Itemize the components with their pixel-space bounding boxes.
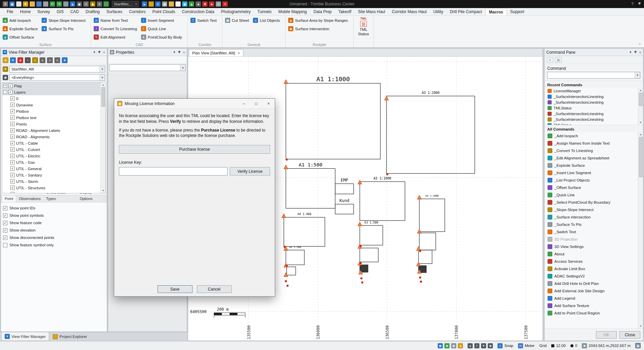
layers-a-icon[interactable]: ≡ [32,57,38,63]
globe-icon[interactable]: ◉ [182,1,187,7]
tree-item-util-storm[interactable]: ✓UTIL - Storm [2,178,100,185]
options-icon[interactable]: ≡ [97,1,102,7]
tree-item-util-structures[interactable]: ✓UTIL - Structures [2,185,100,191]
all-commands-scrollbar[interactable]: ▲ ▼ [638,132,643,329]
folder-icon[interactable] [169,1,174,7]
ribbon-tab-support[interactable]: Support [507,8,528,15]
ribbon-tab-data-prep[interactable]: Data Prep [310,8,335,15]
command-insert-line-segment[interactable]: _Insert Line Segment [545,169,638,177]
checkbox-util-water[interactable]: ✓ [10,192,15,193]
filter-apply-icon[interactable]: ▼ [62,57,68,63]
run-macro-icon[interactable]: ▸ [142,1,147,7]
checkbox-util-structures[interactable]: ✓ [10,186,15,190]
tree-item-flag[interactable]: +✓Flag [2,83,100,89]
ribbon-tab-photogrammetry[interactable]: Photogrammetry [218,8,254,15]
command-add-isopach[interactable]: _Add Isopach [545,132,638,140]
print-icon[interactable] [43,1,48,7]
layers-visibility-icon[interactable]: ≡ [474,343,479,348]
chevron-down-icon[interactable]: ▾ [173,50,175,54]
name-from-text-button[interactable]: AName from Text [93,16,140,24]
select-arrow-icon[interactable]: ▲ [70,1,75,7]
ribbon-tab-corridors[interactable]: Corridors [126,8,149,15]
ribbon-tab-cad[interactable]: CAD [67,8,82,15]
offset-surface-button[interactable]: ▲Offset Surface [2,33,41,41]
scroll-up-icon[interactable]: ▲ [638,88,643,93]
command-3d-view-settings[interactable]: 3D View Settings [545,243,638,250]
scrollbar-thumb[interactable] [101,87,105,107]
recent-scrollbar[interactable]: ▲ ▼ [638,88,643,125]
command-about[interactable]: About [545,250,638,258]
command-edit-alignment-as-spreadsheet[interactable]: _Edit Alignment as Spreadsheet [545,154,638,162]
unit-control[interactable]: m Meter [518,343,534,348]
pin-icon[interactable] [98,50,101,54]
command-add-drill-hole-to-drill-plan[interactable]: Add Drill Hole to Drill Plan [545,280,638,287]
close-button[interactable]: Close [619,331,640,339]
recent-command-surfaceintersectionlinestring[interactable]: _SurfaceIntersectionLinestring [545,99,638,105]
scrollbar-thumb[interactable] [639,93,643,106]
recent-command-surfaceintersectionlinestring[interactable]: _SurfaceIntersectionLinestring [545,94,638,99]
ribbon-collapse-icon[interactable]: ^ [639,43,641,47]
checkbox-layers[interactable]: ✓ [8,90,13,94]
ribbon-tab-file[interactable]: File [3,8,16,15]
tree-item-plotbox[interactable]: ✓Plotbox [2,108,100,114]
plan-view-tab[interactable]: Plan View [Startfilter, Allt] × [189,49,243,56]
record-icon[interactable]: ● [209,1,214,7]
view-icon[interactable]: ◉ [488,343,493,348]
edit-alignment-button[interactable]: ✎Edit Alignment [93,33,140,41]
filter-open-icon[interactable]: ▼ [10,57,16,63]
option-show-point-symbols[interactable]: ✓Show point symbols [3,212,105,219]
close-icon[interactable]: × [103,50,105,54]
cursor-icon[interactable]: ▲ [468,343,473,348]
close-icon[interactable]: × [183,50,185,54]
ribbon-tab-drafting[interactable]: Drafting [82,8,103,15]
pin-icon[interactable] [638,2,641,6]
command-list-project-objects[interactable]: _List Project Objects [545,177,638,184]
close-icon[interactable]: × [639,50,641,54]
recent-command-tmlstatus[interactable]: TMLStatus [545,105,638,111]
option-show-feature-code[interactable]: ✓Show feature code [3,219,105,227]
tree-item-0[interactable]: ✓0 [2,95,100,102]
ribbon-tab-mobile-mapping[interactable]: Mobile Mapping [275,8,310,15]
ribbon-tab-macros[interactable]: Macros [485,8,507,15]
filter-move-icon[interactable]: + [25,57,31,63]
command-adac-settingsv2[interactable]: ADAC SettingsV2 [545,272,638,280]
import-icon[interactable]: ▼ [23,1,28,7]
tree-item-road-alignment-labels[interactable]: ✓ROAD - Alignment Labels [2,127,100,134]
command-3d-projection[interactable]: 3D Projection [545,236,638,243]
command-access-services[interactable]: Access Services [545,258,638,265]
pointcloud-by-bndy-button[interactable]: ●PointCloud By Bndy [140,33,185,41]
scroll-up-icon[interactable]: ▲ [101,83,105,87]
maximize-button[interactable]: □ [250,99,262,108]
app-menu-icon[interactable]: # [3,1,8,7]
chevron-down-icon[interactable]: ▼ [180,65,185,71]
ribbon-tab-takeoff[interactable]: Takeoff [335,8,354,15]
chevron-down-icon[interactable]: ▾ [630,50,632,54]
pause-icon[interactable]: ≡ [216,1,221,7]
tree-item-road-alignments[interactable]: ✓ROAD - Alignments [2,134,100,140]
expander-icon[interactable]: + [3,84,7,88]
new-file-icon[interactable] [16,1,22,7]
recent-command-surfaceintersectionlinestring[interactable]: _SurfaceIntersectionLinestring [545,111,638,116]
project-settings-icon[interactable] [103,1,109,7]
command-explode-surface[interactable]: _Explode Surface [545,162,638,169]
tree-item-util-culvert[interactable]: ✓UTIL - Culvert [2,146,100,153]
checkbox-show-disconnected-points[interactable]: ✓ [3,236,7,240]
checkbox-flag[interactable]: ✓ [8,84,13,88]
document-icon[interactable] [175,1,181,7]
tree-item-points[interactable]: ✓Points [2,121,100,127]
table-icon[interactable]: ▦ [162,1,167,7]
surface-to-pts-button[interactable]: ●Surface To Pts [41,24,89,33]
close-icon[interactable]: × [238,51,240,55]
tree-item-util-cable[interactable]: ✓UTIL - Cable [2,140,100,146]
checkbox-util-electric[interactable]: ✓ [10,154,15,158]
tree-item-util-sanitary[interactable]: ✓UTIL - Sanitary [2,172,100,178]
grid-view-button[interactable]: ▦ [555,57,562,63]
checkbox-road-alignments[interactable]: ✓ [10,135,15,139]
checkbox-show-elevation[interactable]: ✓ [3,228,7,233]
filter-new-icon[interactable]: ▼ [3,57,8,63]
tree-item-layers[interactable]: -✓Layers [2,89,100,95]
filter-tab-observations[interactable]: Observations [16,196,43,202]
ribbon-tab-corridor-mass-haul[interactable]: Corridor Mass Haul [388,8,430,15]
stop-icon[interactable]: × [222,1,228,7]
copy-icon[interactable] [63,1,69,7]
